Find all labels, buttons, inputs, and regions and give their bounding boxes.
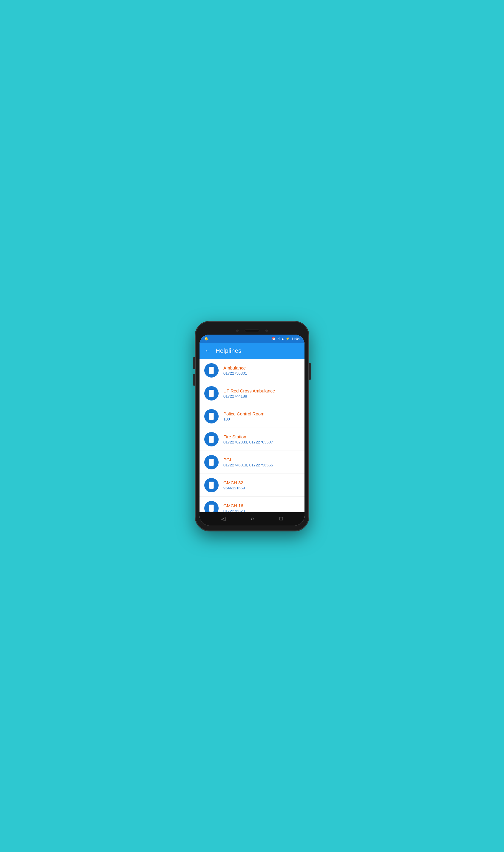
svg-rect-4 bbox=[209, 413, 214, 420]
helpline-number: 01722746018, 01722756565 bbox=[223, 463, 273, 467]
phone-icon-circle bbox=[204, 432, 219, 447]
helpline-info: GMCH 16 01722768201 bbox=[223, 503, 247, 512]
helpline-name: UT Red Cross Ambulance bbox=[223, 388, 275, 393]
helpline-number: 01722702333, 01722703507 bbox=[223, 440, 273, 445]
helpline-item[interactable]: Fire Station 01722702333, 01722703507 bbox=[199, 428, 305, 451]
phone-icon bbox=[208, 435, 215, 443]
sensor bbox=[266, 329, 268, 332]
network-h-icon: H bbox=[277, 337, 280, 340]
helpline-number: 100 bbox=[223, 417, 265, 421]
helpline-number: 01722744188 bbox=[223, 394, 275, 398]
helpline-info: Fire Station 01722702333, 01722703507 bbox=[223, 434, 273, 445]
phone-screen: 🔔 ⏰ H ▲ ⚡ 11:04 ← Helplines bbox=[199, 334, 305, 525]
helpline-info: Ambulance 01722756301 bbox=[223, 365, 247, 376]
phone-icon-circle bbox=[204, 363, 219, 378]
notification-icon: 🔔 bbox=[204, 337, 209, 341]
status-bar: 🔔 ⏰ H ▲ ⚡ 11:04 bbox=[199, 334, 305, 343]
recent-nav-button[interactable]: □ bbox=[276, 514, 286, 524]
status-left: 🔔 bbox=[204, 337, 209, 341]
phone-icon-circle bbox=[204, 455, 219, 469]
svg-rect-2 bbox=[209, 390, 214, 397]
helpline-name: GMCH 16 bbox=[223, 503, 247, 508]
phone-top-bar bbox=[199, 327, 305, 334]
power-button bbox=[309, 363, 311, 380]
battery-icon: ⚡ bbox=[286, 337, 290, 341]
helpline-name: Police Control Room bbox=[223, 411, 265, 416]
svg-rect-8 bbox=[209, 459, 214, 466]
helpline-info: GMCH 32 9646121669 bbox=[223, 480, 245, 490]
phone-icon bbox=[208, 413, 215, 420]
helpline-item[interactable]: Ambulance 01722756301 bbox=[199, 359, 305, 382]
back-nav-button[interactable]: ◁ bbox=[218, 514, 229, 524]
page-title: Helplines bbox=[216, 347, 241, 354]
helpline-info: UT Red Cross Ambulance 01722744188 bbox=[223, 388, 275, 398]
phone-icon-circle bbox=[204, 409, 219, 423]
helpline-item[interactable]: Police Control Room 100 bbox=[199, 405, 305, 428]
helpline-name: Fire Station bbox=[223, 434, 273, 439]
phone-icon bbox=[208, 481, 215, 489]
helpline-number: 01722756301 bbox=[223, 371, 247, 376]
helpline-item[interactable]: GMCH 16 01722768201 bbox=[199, 497, 305, 512]
phone-icon-circle bbox=[204, 501, 219, 512]
helpline-item[interactable]: UT Red Cross Ambulance 01722744188 bbox=[199, 382, 305, 405]
helpline-info: PGI 01722746018, 01722756565 bbox=[223, 457, 273, 467]
svg-rect-6 bbox=[209, 436, 214, 443]
helpline-number: 9646121669 bbox=[223, 486, 245, 490]
back-button[interactable]: ← bbox=[204, 347, 211, 355]
helpline-info: Police Control Room 100 bbox=[223, 411, 265, 421]
svg-rect-12 bbox=[209, 505, 214, 512]
status-right: ⏰ H ▲ ⚡ 11:04 bbox=[272, 337, 300, 341]
navigation-bar: ◁ ○ □ bbox=[199, 512, 305, 525]
helpline-item[interactable]: PGI 01722746018, 01722756565 bbox=[199, 451, 305, 474]
signal-icon: ▲ bbox=[281, 337, 285, 341]
phone-device: 🔔 ⏰ H ▲ ⚡ 11:04 ← Helplines bbox=[195, 322, 309, 531]
helpline-name: GMCH 32 bbox=[223, 480, 245, 485]
helpline-number: 01722768201 bbox=[223, 509, 247, 512]
phone-icon-circle bbox=[204, 386, 219, 400]
svg-rect-10 bbox=[209, 482, 214, 489]
svg-rect-0 bbox=[209, 367, 214, 374]
helpline-name: PGI bbox=[223, 457, 273, 462]
app-header: ← Helplines bbox=[199, 343, 305, 359]
phone-icon bbox=[208, 366, 215, 374]
phone-icon bbox=[208, 504, 215, 512]
front-camera bbox=[236, 329, 238, 332]
helpline-list: Ambulance 01722756301 UT Red Cross Ambul… bbox=[199, 359, 305, 512]
speaker-grill bbox=[245, 329, 259, 332]
phone-icon-circle bbox=[204, 478, 219, 492]
alarm-icon: ⏰ bbox=[272, 337, 276, 341]
status-time: 11:04 bbox=[291, 337, 300, 341]
phone-icon bbox=[208, 389, 215, 397]
phone-icon bbox=[208, 458, 215, 466]
helpline-name: Ambulance bbox=[223, 365, 247, 370]
home-nav-button[interactable]: ○ bbox=[247, 514, 258, 524]
helpline-item[interactable]: GMCH 32 9646121669 bbox=[199, 474, 305, 497]
